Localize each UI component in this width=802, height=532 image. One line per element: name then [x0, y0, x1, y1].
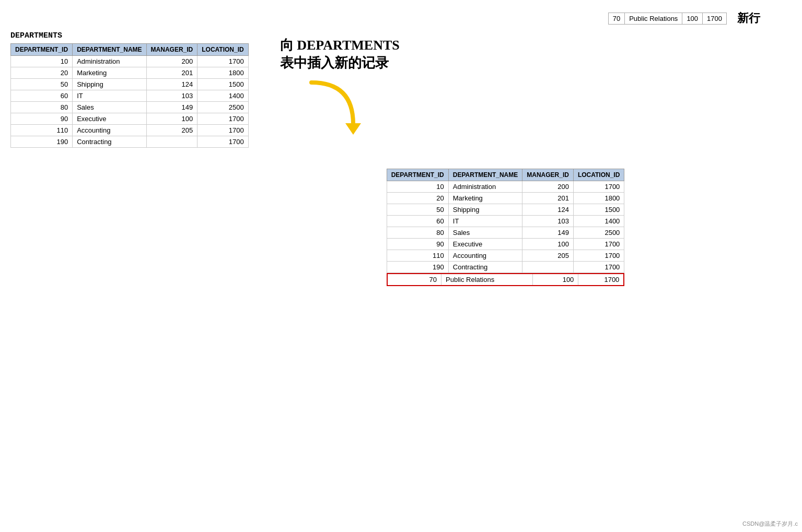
- cell-dept-name: IT: [448, 216, 522, 227]
- table-row: 80 Sales 149 2500: [11, 102, 249, 113]
- cell-dept-name: IT: [73, 90, 146, 102]
- table-row: 50 Shipping 124 1500: [11, 79, 249, 90]
- bottom-col-dept-id: DEPARTMENT_ID: [387, 169, 448, 181]
- bottom-new-row-table: 70 Public Relations 100 1700: [387, 273, 625, 286]
- cell-manager-id: 201: [522, 193, 574, 204]
- cell-dept-id: 80: [387, 227, 448, 239]
- cell-dept-id: 10: [11, 56, 73, 67]
- bottom-section: DEPARTMENT_ID DEPARTMENT_NAME MANAGER_ID…: [10, 169, 792, 286]
- table-row: 80 Sales 149 2500: [387, 227, 624, 239]
- annotation-line2: 表中插入新的记录: [280, 55, 389, 70]
- col-location-id: LOCATION_ID: [197, 44, 248, 56]
- cell-manager-id: 100: [146, 113, 197, 125]
- table-row: 90 Executive 100 1700: [11, 113, 249, 125]
- cell-location-id: 1700: [573, 262, 624, 273]
- table-row: 90 Executive 100 1700: [387, 239, 624, 250]
- bottom-col-manager-id: MANAGER_ID: [522, 169, 574, 181]
- cell-location-id: 1700: [197, 125, 248, 136]
- cell-manager-id: 103: [146, 90, 197, 102]
- cell-location-id: 1800: [197, 67, 248, 79]
- cell-dept-id: 50: [387, 204, 448, 216]
- cell-dept-name: Accounting: [448, 250, 522, 262]
- bottom-col-dept-name: DEPARTMENT_NAME: [448, 169, 522, 181]
- cell-manager-id: 103: [522, 216, 574, 227]
- col-dept-name: DEPARTMENT_NAME: [73, 44, 146, 56]
- cell-dept-id: 60: [387, 216, 448, 227]
- cell-dept-name: Contracting: [448, 262, 522, 273]
- new-row-label: 新行: [737, 10, 760, 26]
- cell-location-id: 2500: [197, 102, 248, 113]
- cell-dept-name: Sales: [73, 102, 146, 113]
- table-row: 10 Administration 200 1700: [11, 56, 249, 67]
- cell-dept-id: 90: [387, 239, 448, 250]
- cell-dept-name: Executive: [73, 113, 146, 125]
- top-new-row-dept-id: 70: [608, 13, 624, 24]
- table-row: 110 Accounting 205 1700: [11, 125, 249, 136]
- cell-dept-name: Administration: [73, 56, 146, 67]
- cell-dept-id: 110: [387, 250, 448, 262]
- bottom-col-location-id: LOCATION_ID: [573, 169, 624, 181]
- cell-dept-id: 190: [387, 262, 448, 273]
- annotation-area: 向 DEPARTMENTS 表中插入新的记录: [280, 31, 400, 140]
- cell-manager-id: 200: [522, 181, 574, 193]
- cell-dept-name: Executive: [448, 239, 522, 250]
- top-section: DEPARTMENTS DEPARTMENT_ID DEPARTMENT_NAM…: [10, 31, 792, 148]
- top-new-row-dept-name: Public Relations: [625, 13, 682, 24]
- col-manager-id: MANAGER_ID: [146, 44, 197, 56]
- left-table-area: DEPARTMENTS DEPARTMENT_ID DEPARTMENT_NAM…: [10, 31, 249, 148]
- cell-dept-id: 90: [11, 113, 73, 125]
- cell-dept-name: Sales: [448, 227, 522, 239]
- bottom-new-row-manager-id: 100: [532, 274, 578, 286]
- cell-manager-id: 149: [522, 227, 574, 239]
- table-row: 20 Marketing 201 1800: [11, 67, 249, 79]
- cell-manager-id: [146, 136, 197, 148]
- cell-dept-name: Marketing: [73, 67, 146, 79]
- bottom-new-row-location-id: 1700: [578, 274, 624, 286]
- top-new-row-manager-id: 100: [682, 13, 703, 24]
- cell-dept-id: 60: [11, 90, 73, 102]
- top-new-row-location-id: 1700: [703, 13, 727, 24]
- cell-dept-name: Contracting: [73, 136, 146, 148]
- departments-table-top: DEPARTMENT_ID DEPARTMENT_NAME MANAGER_ID…: [10, 43, 249, 148]
- bottom-new-row-dept-name: Public Relations: [441, 274, 533, 286]
- cell-dept-id: 110: [11, 125, 73, 136]
- cell-dept-id: 20: [387, 193, 448, 204]
- cell-location-id: 1800: [573, 193, 624, 204]
- departments-table-bottom: DEPARTMENT_ID DEPARTMENT_NAME MANAGER_ID…: [387, 169, 625, 273]
- cell-location-id: 1700: [197, 56, 248, 67]
- cell-manager-id: [522, 262, 574, 273]
- cell-manager-id: 100: [522, 239, 574, 250]
- table-row: 20 Marketing 201 1800: [387, 193, 624, 204]
- annotation-line1: 向 DEPARTMENTS: [280, 38, 400, 53]
- cell-dept-id: 80: [11, 102, 73, 113]
- watermark: CSDN@温柔子岁月.c: [742, 520, 798, 528]
- cell-location-id: 1500: [573, 204, 624, 216]
- arrow-container: [301, 77, 364, 140]
- cell-location-id: 1700: [197, 113, 248, 125]
- cell-location-id: 1700: [197, 136, 248, 148]
- cell-dept-id: 20: [11, 67, 73, 79]
- cell-dept-name: Shipping: [73, 79, 146, 90]
- svg-marker-0: [345, 123, 361, 135]
- table-row: 50 Shipping 124 1500: [387, 204, 624, 216]
- cell-dept-name: Shipping: [448, 204, 522, 216]
- table-row: 10 Administration 200 1700: [387, 181, 624, 193]
- cell-manager-id: 205: [522, 250, 574, 262]
- cell-location-id: 2500: [573, 227, 624, 239]
- cell-manager-id: 200: [146, 56, 197, 67]
- top-new-row-area: 70 Public Relations 100 1700 新行: [10, 10, 792, 26]
- cell-manager-id: 205: [146, 125, 197, 136]
- cell-dept-name: Marketing: [448, 193, 522, 204]
- table-row: 60 IT 103 1400: [387, 216, 624, 227]
- bottom-table-wrapper: DEPARTMENT_ID DEPARTMENT_NAME MANAGER_ID…: [387, 169, 625, 286]
- cell-manager-id: 149: [146, 102, 197, 113]
- cell-dept-id: 190: [11, 136, 73, 148]
- section-title: DEPARTMENTS: [10, 31, 249, 40]
- cell-location-id: 1400: [573, 216, 624, 227]
- arrow-icon: [301, 77, 364, 140]
- cell-location-id: 1500: [197, 79, 248, 90]
- table-row: 110 Accounting 205 1700: [387, 250, 624, 262]
- table-row: 190 Contracting 1700: [11, 136, 249, 148]
- table-row: 190 Contracting 1700: [387, 262, 624, 273]
- cell-dept-name: Administration: [448, 181, 522, 193]
